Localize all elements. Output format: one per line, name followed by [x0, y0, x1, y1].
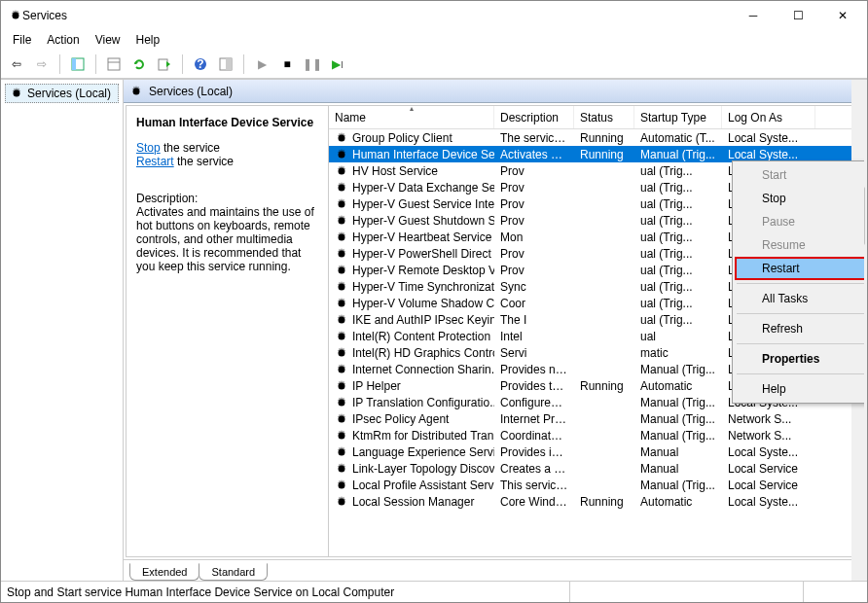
cell: Running — [574, 379, 634, 393]
maximize-button[interactable]: ☐ — [776, 1, 820, 30]
cell: Running — [574, 131, 634, 145]
cell: Prov — [494, 247, 574, 261]
cell: ual (Trig... — [634, 181, 722, 195]
cell: Running — [574, 495, 634, 509]
show-hide-tree-button[interactable] — [66, 53, 90, 76]
svg-rect-3 — [108, 58, 120, 70]
minimize-button[interactable]: ─ — [731, 1, 776, 30]
gear-icon — [335, 363, 348, 376]
context-menu-stop[interactable]: Stop — [735, 187, 864, 210]
help-button[interactable]: ? — [189, 53, 212, 76]
tab-strip: Extended Standard — [124, 559, 867, 581]
menu-file[interactable]: File — [5, 31, 39, 49]
gear-icon — [335, 181, 348, 195]
cell: Link-Layer Topology Discov... — [329, 462, 494, 476]
cell: Prov — [494, 214, 574, 228]
cell: Configures ... — [494, 396, 574, 409]
toggle-pane-button[interactable] — [214, 53, 237, 76]
stop-service-button[interactable]: ■ — [275, 53, 299, 76]
service-row[interactable]: Group Policy ClientThe service i...Runni… — [329, 129, 864, 146]
context-menu-properties[interactable]: Properties — [735, 347, 864, 371]
gear-icon — [129, 85, 143, 98]
column-header[interactable]: Name▴ — [329, 106, 494, 128]
menu-view[interactable]: View — [88, 31, 128, 49]
gear-icon — [335, 495, 348, 509]
cell: Manual (Trig... — [634, 412, 722, 426]
cell: IPsec Policy Agent — [329, 412, 494, 426]
context-menu-help[interactable]: Help — [735, 377, 864, 401]
gear-icon — [335, 396, 348, 409]
description-text: Activates and maintains the use of hot b… — [136, 205, 318, 273]
refresh-button[interactable] — [127, 53, 151, 76]
gear-icon — [335, 297, 348, 310]
cell: Prov — [494, 181, 574, 195]
cell: Local Service — [722, 479, 815, 492]
properties-button[interactable] — [102, 53, 126, 76]
forward-button[interactable]: ⇨ — [30, 53, 54, 76]
column-header[interactable]: Status — [574, 106, 634, 128]
tab-extended[interactable]: Extended — [129, 563, 199, 581]
column-header[interactable]: Log On As — [722, 106, 815, 128]
cell: IP Helper — [329, 379, 494, 393]
selected-service-name: Human Interface Device Service — [136, 116, 318, 129]
svg-rect-9 — [226, 58, 232, 70]
gear-icon — [335, 479, 348, 492]
cell: Manual (Trig... — [634, 429, 722, 443]
cell: Prov — [494, 264, 574, 277]
service-row[interactable]: Language Experience ServiceProvides inf.… — [329, 443, 864, 460]
cell: Group Policy Client — [329, 131, 494, 145]
gear-icon — [335, 214, 348, 228]
start-service-button[interactable]: ▶ — [250, 53, 273, 76]
cell: Local Service — [722, 462, 815, 476]
pause-service-button[interactable]: ❚❚ — [301, 53, 324, 76]
cell: Hyper-V Volume Shadow C... — [329, 297, 494, 310]
cell: Prov — [494, 164, 574, 178]
context-menu-pause: Pause — [735, 210, 864, 233]
menu-action[interactable]: Action — [39, 31, 87, 49]
cell: ual (Trig... — [634, 280, 722, 294]
cell: Hyper-V Data Exchange Ser... — [329, 181, 494, 195]
cell: ual (Trig... — [634, 313, 722, 327]
cell: ual (Trig... — [634, 197, 722, 211]
menu-help[interactable]: Help — [128, 31, 168, 49]
status-text: Stop and Start service Human Interface D… — [7, 585, 394, 599]
cell: ual (Trig... — [634, 247, 722, 261]
export-button[interactable] — [153, 53, 176, 76]
restart-link[interactable]: Restart — [136, 155, 174, 168]
cell: Sync — [494, 280, 574, 294]
context-menu-resume: Resume — [735, 233, 864, 257]
cell: IP Translation Configuratio... — [329, 396, 494, 409]
context-menu-all-tasks[interactable]: All Tasks — [735, 287, 864, 310]
service-row[interactable]: Local Profile Assistant ServiceThis serv… — [329, 477, 864, 493]
cell: Prov — [494, 197, 574, 211]
stop-link[interactable]: Stop — [136, 141, 161, 155]
cell: IKE and AuthIP IPsec Keying... — [329, 313, 494, 327]
tab-standard[interactable]: Standard — [199, 563, 268, 581]
gear-icon — [335, 445, 348, 459]
cell: Hyper-V PowerShell Direct ... — [329, 247, 494, 261]
service-row[interactable]: KtmRm for Distributed Tran...Coordinates… — [329, 427, 864, 443]
column-header[interactable]: Description — [494, 106, 574, 128]
service-row[interactable]: Link-Layer Topology Discov...Creates a N… — [329, 460, 864, 477]
column-header[interactable]: Startup Type — [634, 106, 722, 128]
context-menu-restart[interactable]: Restart — [735, 257, 864, 280]
toolbar: ⇦ ⇨ ? ▶ ■ ❚❚ ▶| — [1, 50, 867, 79]
cell: Local Syste... — [722, 445, 815, 459]
cell: ual (Trig... — [634, 164, 722, 178]
cell: This service ... — [494, 479, 574, 492]
cell: Coordinates... — [494, 429, 574, 443]
context-menu-refresh[interactable]: Refresh — [735, 317, 864, 340]
description-label: Description: — [136, 192, 318, 205]
context-menu: StartStopPauseResumeRestartAll TasksRefr… — [732, 160, 864, 404]
service-row[interactable]: Local Session ManagerCore Windo...Runnin… — [329, 493, 864, 510]
cell: Local Syste... — [722, 131, 815, 145]
back-button[interactable]: ⇦ — [5, 53, 28, 76]
cell: Mon — [494, 231, 574, 244]
cell: Network S... — [722, 412, 815, 426]
close-button[interactable]: ✕ — [820, 1, 865, 30]
service-row[interactable]: IPsec Policy AgentInternet Pro...Manual … — [329, 410, 864, 427]
tree-item-services-local[interactable]: Services (Local) — [5, 84, 119, 103]
cell: Provides inf... — [494, 445, 574, 459]
restart-service-button[interactable]: ▶| — [326, 53, 349, 76]
cell: HV Host Service — [329, 164, 494, 178]
